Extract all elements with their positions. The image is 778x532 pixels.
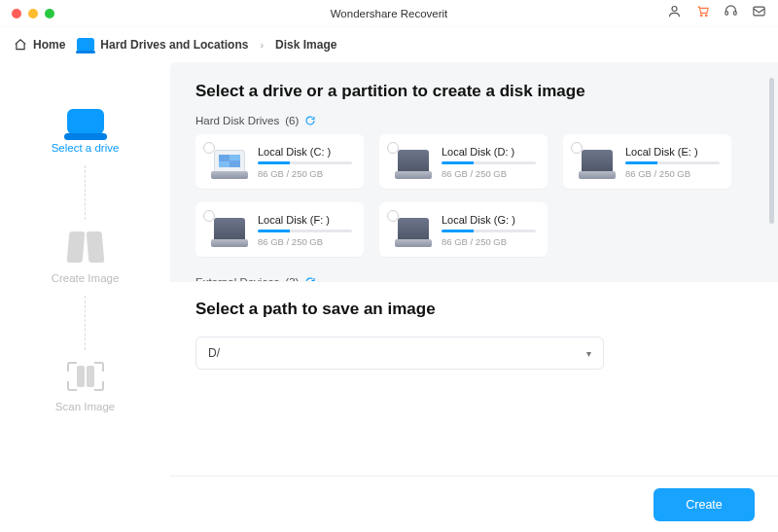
usage-bar [258,230,352,232]
header-actions [667,4,766,22]
hdd-label: Hard Disk Drives [195,115,279,126]
svg-point-2 [705,15,707,17]
maximize-icon[interactable] [45,9,54,18]
drive-card[interactable]: Local Disk (D: )86 GB / 250 GB [379,134,548,189]
hdd-card-grid: Local Disk (C: )86 GB / 250 GBLocal Disk… [195,134,753,257]
drive-name: Local Disk (E: ) [625,146,720,158]
drive-size: 86 GB / 250 GB [258,168,352,179]
home-icon [14,38,27,52]
chevron-down-icon: ▾ [586,348,591,359]
breadcrumb-level1[interactable]: Hard Drives and Locations [77,38,248,52]
minimize-icon[interactable] [28,9,38,18]
drive-icon [67,109,104,134]
drive-size: 86 GB / 250 GB [258,236,352,247]
drive-card[interactable]: Local Disk (E: )86 GB / 250 GB [563,134,731,189]
external-count: (3) [285,276,299,281]
inbox-icon[interactable] [752,4,766,22]
step-select-drive[interactable]: Select a drive [0,107,170,154]
support-icon[interactable] [724,4,738,22]
window-controls [12,9,54,18]
drive-size: 86 GB / 250 GB [442,168,536,179]
drive-name: Local Disk (C: ) [258,146,352,158]
footer: Create [170,476,778,532]
chevron-right-icon: › [260,39,264,51]
step-scan-image[interactable]: Scan Image [0,362,170,412]
step-create-image[interactable]: Create Image [0,231,170,284]
breadcrumb-level1-label: Hard Drives and Locations [100,38,248,52]
drive-card[interactable]: Local Disk (G: )86 GB / 250 GB [379,202,548,257]
refresh-icon[interactable] [304,115,316,126]
drive-card[interactable]: Local Disk (F: )86 GB / 250 GB [195,202,364,257]
drive-card[interactable]: Local Disk (C: )86 GB / 250 GB [195,134,364,189]
app-title: Wondershare Recoverit [0,8,778,19]
section-title: Select a drive or a partition to create … [195,82,753,101]
disk-icon [211,150,248,179]
external-label: External Devices [195,276,279,281]
breadcrumb-home-label: Home [33,38,65,52]
breadcrumb: Home Hard Drives and Locations › Disk Im… [0,27,778,62]
drive-size: 86 GB / 250 GB [625,168,720,179]
save-path-section: Select a path to save an image D/ ▾ [170,281,778,476]
breadcrumb-home[interactable]: Home [14,38,65,52]
drive-name: Local Disk (D: ) [442,146,536,158]
drive-name: Local Disk (G: ) [442,214,536,226]
scroll-area[interactable]: Select a drive or a partition to create … [170,62,778,281]
disk-icon [395,218,432,247]
breadcrumb-current: Disk Image [275,38,336,52]
hdd-section-header: Hard Disk Drives (6) [195,115,753,126]
step-label: Create Image [52,272,120,284]
usage-bar [442,161,536,164]
step-label: Scan Image [55,401,115,412]
disk-icon [579,150,616,179]
close-icon[interactable] [12,9,21,18]
external-section-header: External Devices (3) [195,276,753,281]
drive-size: 86 GB / 250 GB [442,236,536,247]
svg-rect-5 [754,7,764,16]
usage-bar [258,161,352,164]
svg-point-0 [672,7,677,12]
svg-rect-4 [734,12,737,16]
disk-icon [395,150,432,179]
account-icon[interactable] [667,4,682,22]
scrollbar-thumb[interactable] [769,78,774,224]
step-connector [85,296,86,350]
usage-bar [625,161,720,164]
create-button[interactable]: Create [654,488,755,521]
refresh-icon[interactable] [304,276,316,281]
disk-icon [211,218,248,247]
usage-bar [442,230,536,232]
drive-icon [77,38,94,52]
save-path-value: D/ [208,346,220,360]
hdd-count: (6) [285,115,299,126]
step-label: Select a drive [52,142,120,154]
save-path-dropdown[interactable]: D/ ▾ [195,337,604,370]
title-bar: Wondershare Recoverit [0,0,778,27]
svg-point-1 [700,15,702,17]
create-image-icon [68,231,103,263]
cart-icon[interactable] [695,4,710,22]
section-title: Select a path to save an image [195,300,753,319]
drive-name: Local Disk (F: ) [258,214,352,226]
svg-rect-3 [725,12,728,16]
step-connector [85,165,86,220]
scan-image-icon [67,362,104,391]
steps-sidebar: Select a drive Create Image Scan Image [0,62,170,532]
main-panel: Select a drive or a partition to create … [170,62,778,532]
